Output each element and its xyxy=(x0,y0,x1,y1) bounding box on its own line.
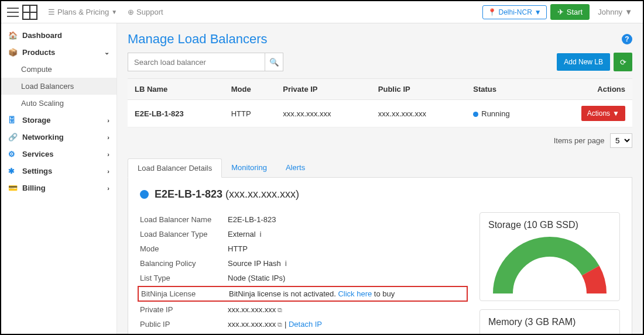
search-button[interactable]: 🔍 xyxy=(265,53,283,71)
items-per-page-select[interactable]: 5 xyxy=(610,133,632,148)
items-per-page-label: Items per page xyxy=(554,136,605,145)
globe-icon: ⊕ xyxy=(128,8,134,16)
sidebar-item-billing[interactable]: 💳 Billing › xyxy=(1,179,117,196)
pin-icon: 📍 xyxy=(488,8,496,16)
status-text: Running xyxy=(481,109,509,118)
sidebar-sub-load-balancers[interactable]: Load Balancers xyxy=(1,78,117,95)
cube-icon: 📦 xyxy=(8,48,18,57)
plans-pricing-link[interactable]: ☰ Plans & Pricing ▼ xyxy=(44,5,121,19)
svg-point-1 xyxy=(503,247,597,293)
th-mode: Mode xyxy=(224,79,276,100)
sidebar-item-storage[interactable]: 🗄 Storage › xyxy=(1,112,117,129)
card-icon: 💳 xyxy=(8,184,18,192)
label-lb-name: Load Balancer Name xyxy=(140,215,228,224)
label-list-type: List Type xyxy=(140,274,228,282)
label-policy: Balancing Policy xyxy=(140,259,228,268)
storage-widget-title: Storage (10 GB SSD) xyxy=(488,220,611,230)
chevron-right-icon: › xyxy=(107,185,109,192)
actions-label: Actions xyxy=(587,109,610,118)
help-icon[interactable]: ? xyxy=(622,34,632,44)
memory-widget-title: Memory (3 GB RAM) xyxy=(488,317,611,327)
start-button[interactable]: ✈ Start xyxy=(550,4,590,20)
sidebar: 🏠 Dashboard 📦 Products ⌄ Compute Load Ba… xyxy=(1,23,117,334)
page-title: Manage Load Balancers xyxy=(128,32,268,47)
sidebar-label: Services xyxy=(22,150,54,158)
cell-mode: HTTP xyxy=(224,100,276,127)
label-mode: Mode xyxy=(140,244,228,253)
refresh-button[interactable]: ⟳ xyxy=(614,53,632,71)
label-public-ip: Public IP xyxy=(140,320,228,329)
th-actions: Actions xyxy=(543,79,632,100)
sidebar-sub-compute[interactable]: Compute xyxy=(1,61,117,78)
region-label: Delhi-NCR xyxy=(499,8,532,16)
sidebar-label: Billing xyxy=(22,184,46,192)
cell-name: E2E-LB-1-823 xyxy=(135,109,184,118)
lb-name-heading: E2E-LB-1-823 xyxy=(155,188,222,201)
value-private-ip: xxx.xx.xxx.xxx xyxy=(228,305,276,314)
value-lb-name: E2E-LB-1-823 xyxy=(228,215,276,224)
value-bitninja: BitNinja license is not activated. xyxy=(229,289,336,298)
pager: Items per page 5 xyxy=(128,133,632,148)
chevron-down-icon: ⌄ xyxy=(104,49,109,56)
lb-table: LB Name Mode Private IP Public IP Status… xyxy=(128,78,632,127)
th-name: LB Name xyxy=(128,79,224,100)
label-lb-type: Load Balancer Type xyxy=(140,230,228,239)
sidebar-item-dashboard[interactable]: 🏠 Dashboard xyxy=(1,27,117,44)
search-input[interactable] xyxy=(128,53,265,71)
th-private-ip: Private IP xyxy=(276,79,371,100)
logo[interactable] xyxy=(22,5,37,20)
memory-gauge xyxy=(491,332,608,334)
plans-pricing-label: Plans & Pricing xyxy=(57,8,109,16)
chevron-right-icon: › xyxy=(107,151,109,158)
sidebar-label: Settings xyxy=(22,167,52,175)
copy-icon[interactable]: ⧉ xyxy=(278,306,282,313)
bitninja-click-here-link[interactable]: Click here xyxy=(338,289,372,298)
value-mode: HTTP xyxy=(228,244,248,253)
label-private-ip: Private IP xyxy=(140,305,228,314)
tab-monitoring[interactable]: Monitoring xyxy=(222,158,276,177)
row-actions-button[interactable]: Actions ▼ xyxy=(581,106,625,121)
label-bitninja: BitNinja License xyxy=(141,289,229,298)
sidebar-item-networking[interactable]: 🔗 Networking › xyxy=(1,129,117,146)
copy-icon[interactable]: ⧉ xyxy=(278,321,282,328)
table-row[interactable]: E2E-LB-1-823 HTTP xxx.xx.xxx.xxx xxx.xx.… xyxy=(128,100,632,127)
tab-alerts[interactable]: Alerts xyxy=(276,158,314,177)
caret-down-icon: ▼ xyxy=(535,8,542,16)
status-dot-icon xyxy=(140,190,149,199)
list-icon: ☰ xyxy=(48,8,55,16)
storage-gauge xyxy=(491,235,608,293)
sidebar-sub-auto-scaling[interactable]: Auto Scaling xyxy=(1,95,117,112)
database-icon: 🗄 xyxy=(8,116,18,125)
th-status: Status xyxy=(466,79,543,100)
sidebar-item-services[interactable]: ⚙ Services › xyxy=(1,146,117,163)
menu-toggle[interactable] xyxy=(7,8,19,17)
add-new-lb-button[interactable]: Add New LB xyxy=(557,53,610,71)
support-link[interactable]: ⊕ Support xyxy=(124,5,167,19)
value-public-ip: xxx.xx.xxx.xxx xyxy=(228,320,276,329)
memory-widget: Memory (3 GB RAM) xyxy=(479,309,620,334)
sidebar-item-settings[interactable]: ✱ Settings › xyxy=(1,163,117,179)
user-menu[interactable]: Johnny ▼ xyxy=(593,5,637,19)
home-icon: 🏠 xyxy=(8,31,18,40)
caret-down-icon: ▼ xyxy=(625,8,632,16)
sidebar-label: Storage xyxy=(22,116,50,125)
caret-down-icon: ▼ xyxy=(111,9,117,15)
region-selector[interactable]: 📍 Delhi-NCR ▼ xyxy=(482,5,547,19)
info-icon[interactable]: i xyxy=(283,259,287,268)
gear-icon: ⚙ xyxy=(8,150,18,158)
chevron-right-icon: › xyxy=(107,117,109,124)
send-icon: ✈ xyxy=(557,8,564,16)
detach-ip-link[interactable]: Detach IP xyxy=(289,320,322,329)
sidebar-item-products[interactable]: 📦 Products ⌄ xyxy=(1,44,117,61)
support-label: Support xyxy=(136,8,163,16)
chevron-right-icon: › xyxy=(107,168,109,175)
value-lb-type: External xyxy=(228,230,256,239)
cell-public-ip: xxx.xx.xxx.xxx xyxy=(371,100,466,127)
sidebar-label: Networking xyxy=(22,133,64,141)
tab-details[interactable]: Load Balancer Details xyxy=(128,158,222,178)
info-icon[interactable]: i xyxy=(258,230,262,239)
value-policy: Source IP Hash xyxy=(228,259,281,268)
details-panel: E2E-LB-1-823 (xxx.xx.xxx.xxx) Load Balan… xyxy=(128,178,632,334)
sidebar-label: Dashboard xyxy=(22,31,62,40)
value-list-type: Node (Static IPs) xyxy=(228,274,285,282)
